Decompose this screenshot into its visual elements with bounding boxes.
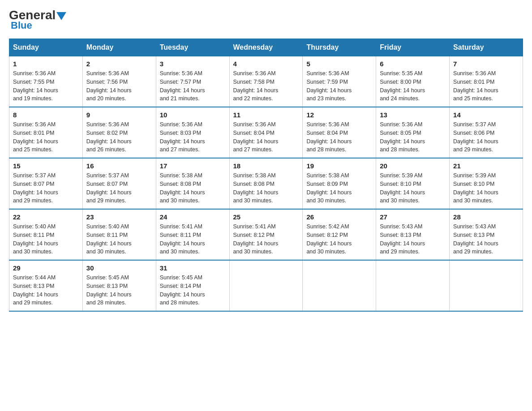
calendar-day-cell: 25 Sunrise: 5:41 AMSunset: 8:12 PMDaylig…: [229, 209, 303, 260]
calendar-week-row: 22 Sunrise: 5:40 AMSunset: 8:11 PMDaylig…: [9, 209, 523, 260]
day-info: Sunrise: 5:36 AMSunset: 8:01 PMDaylight:…: [13, 121, 58, 153]
calendar-day-cell: 31 Sunrise: 5:45 AMSunset: 8:14 PMDaylig…: [156, 260, 229, 311]
day-number: 9: [86, 111, 152, 119]
day-info: Sunrise: 5:38 AMSunset: 8:08 PMDaylight:…: [160, 172, 205, 204]
day-info: Sunrise: 5:37 AMSunset: 8:07 PMDaylight:…: [86, 172, 132, 204]
weekday-header-monday: Monday: [82, 39, 156, 56]
calendar-day-cell: [303, 260, 376, 311]
calendar-day-cell: 11 Sunrise: 5:36 AMSunset: 8:04 PMDaylig…: [229, 107, 303, 158]
day-number: 14: [453, 111, 519, 119]
day-number: 5: [306, 60, 372, 68]
logo: General Blue: [9, 9, 66, 31]
day-info: Sunrise: 5:36 AMSunset: 7:56 PMDaylight:…: [86, 70, 132, 102]
calendar-day-cell: 12 Sunrise: 5:36 AMSunset: 8:04 PMDaylig…: [303, 107, 376, 158]
calendar-day-cell: [376, 260, 450, 311]
day-number: 2: [86, 60, 152, 68]
day-number: 26: [306, 213, 372, 221]
calendar-day-cell: 18 Sunrise: 5:38 AMSunset: 8:08 PMDaylig…: [229, 158, 303, 209]
calendar-day-cell: 6 Sunrise: 5:35 AMSunset: 8:00 PMDayligh…: [376, 56, 450, 107]
calendar-day-cell: 16 Sunrise: 5:37 AMSunset: 8:07 PMDaylig…: [82, 158, 156, 209]
calendar-day-cell: 17 Sunrise: 5:38 AMSunset: 8:08 PMDaylig…: [156, 158, 229, 209]
day-info: Sunrise: 5:41 AMSunset: 8:11 PMDaylight:…: [160, 223, 205, 255]
day-info: Sunrise: 5:37 AMSunset: 8:07 PMDaylight:…: [13, 172, 58, 204]
calendar-day-cell: 19 Sunrise: 5:38 AMSunset: 8:09 PMDaylig…: [303, 158, 376, 209]
calendar-table: SundayMondayTuesdayWednesdayThursdayFrid…: [9, 39, 523, 312]
day-number: 24: [160, 213, 226, 221]
weekday-header-thursday: Thursday: [303, 39, 376, 56]
day-info: Sunrise: 5:36 AMSunset: 8:01 PMDaylight:…: [453, 70, 498, 102]
day-info: Sunrise: 5:36 AMSunset: 7:59 PMDaylight:…: [306, 70, 352, 102]
day-info: Sunrise: 5:43 AMSunset: 8:13 PMDaylight:…: [453, 223, 498, 255]
day-number: 19: [306, 162, 372, 170]
day-number: 20: [380, 162, 446, 170]
day-number: 8: [13, 111, 79, 119]
calendar-day-cell: 23 Sunrise: 5:40 AMSunset: 8:11 PMDaylig…: [82, 209, 156, 260]
logo-blue: Blue: [11, 20, 32, 31]
day-info: Sunrise: 5:42 AMSunset: 8:12 PMDaylight:…: [306, 223, 352, 255]
calendar-day-cell: 30 Sunrise: 5:45 AMSunset: 8:13 PMDaylig…: [82, 260, 156, 311]
weekday-header-friday: Friday: [376, 39, 450, 56]
day-info: Sunrise: 5:41 AMSunset: 8:12 PMDaylight:…: [233, 223, 279, 255]
calendar-day-cell: [450, 260, 523, 311]
weekday-header-row: SundayMondayTuesdayWednesdayThursdayFrid…: [9, 39, 523, 56]
day-number: 6: [380, 60, 446, 68]
day-info: Sunrise: 5:36 AMSunset: 8:03 PMDaylight:…: [160, 121, 205, 153]
day-number: 10: [160, 111, 226, 119]
day-number: 25: [233, 213, 299, 221]
day-info: Sunrise: 5:44 AMSunset: 8:13 PMDaylight:…: [13, 274, 58, 306]
day-info: Sunrise: 5:39 AMSunset: 8:10 PMDaylight:…: [380, 172, 425, 204]
weekday-header-saturday: Saturday: [450, 39, 523, 56]
day-number: 30: [86, 264, 152, 272]
calendar-day-cell: 3 Sunrise: 5:36 AMSunset: 7:57 PMDayligh…: [156, 56, 229, 107]
day-number: 31: [160, 264, 226, 272]
day-number: 4: [233, 60, 299, 68]
day-info: Sunrise: 5:40 AMSunset: 8:11 PMDaylight:…: [13, 223, 58, 255]
calendar-day-cell: 22 Sunrise: 5:40 AMSunset: 8:11 PMDaylig…: [9, 209, 83, 260]
calendar-day-cell: 29 Sunrise: 5:44 AMSunset: 8:13 PMDaylig…: [9, 260, 83, 311]
day-info: Sunrise: 5:36 AMSunset: 7:55 PMDaylight:…: [13, 70, 58, 102]
day-number: 15: [13, 162, 79, 170]
calendar-day-cell: 5 Sunrise: 5:36 AMSunset: 7:59 PMDayligh…: [303, 56, 376, 107]
calendar-day-cell: [229, 260, 303, 311]
day-number: 7: [453, 60, 519, 68]
calendar-day-cell: 10 Sunrise: 5:36 AMSunset: 8:03 PMDaylig…: [156, 107, 229, 158]
calendar-day-cell: 2 Sunrise: 5:36 AMSunset: 7:56 PMDayligh…: [82, 56, 156, 107]
day-info: Sunrise: 5:36 AMSunset: 7:57 PMDaylight:…: [160, 70, 205, 102]
day-number: 21: [453, 162, 519, 170]
day-info: Sunrise: 5:39 AMSunset: 8:10 PMDaylight:…: [453, 172, 498, 204]
day-number: 23: [86, 213, 152, 221]
calendar-day-cell: 27 Sunrise: 5:43 AMSunset: 8:13 PMDaylig…: [376, 209, 450, 260]
day-info: Sunrise: 5:35 AMSunset: 8:00 PMDaylight:…: [380, 70, 425, 102]
day-number: 16: [86, 162, 152, 170]
day-number: 1: [13, 60, 79, 68]
day-info: Sunrise: 5:36 AMSunset: 8:05 PMDaylight:…: [380, 121, 425, 153]
calendar-week-row: 15 Sunrise: 5:37 AMSunset: 8:07 PMDaylig…: [9, 158, 523, 209]
day-number: 27: [380, 213, 446, 221]
day-number: 18: [233, 162, 299, 170]
day-number: 17: [160, 162, 226, 170]
day-info: Sunrise: 5:38 AMSunset: 8:09 PMDaylight:…: [306, 172, 352, 204]
calendar-day-cell: 24 Sunrise: 5:41 AMSunset: 8:11 PMDaylig…: [156, 209, 229, 260]
calendar-day-cell: 20 Sunrise: 5:39 AMSunset: 8:10 PMDaylig…: [376, 158, 450, 209]
day-number: 11: [233, 111, 299, 119]
day-info: Sunrise: 5:36 AMSunset: 8:04 PMDaylight:…: [306, 121, 352, 153]
calendar-day-cell: 8 Sunrise: 5:36 AMSunset: 8:01 PMDayligh…: [9, 107, 83, 158]
weekday-header-tuesday: Tuesday: [156, 39, 229, 56]
day-number: 22: [13, 213, 79, 221]
weekday-header-sunday: Sunday: [9, 39, 83, 56]
calendar-week-row: 29 Sunrise: 5:44 AMSunset: 8:13 PMDaylig…: [9, 260, 523, 311]
day-number: 13: [380, 111, 446, 119]
calendar-day-cell: 28 Sunrise: 5:43 AMSunset: 8:13 PMDaylig…: [450, 209, 523, 260]
calendar-week-row: 1 Sunrise: 5:36 AMSunset: 7:55 PMDayligh…: [9, 56, 523, 107]
day-info: Sunrise: 5:37 AMSunset: 8:06 PMDaylight:…: [453, 121, 498, 153]
day-info: Sunrise: 5:43 AMSunset: 8:13 PMDaylight:…: [380, 223, 425, 255]
day-number: 12: [306, 111, 372, 119]
day-number: 3: [160, 60, 226, 68]
calendar-day-cell: 1 Sunrise: 5:36 AMSunset: 7:55 PMDayligh…: [9, 56, 83, 107]
day-info: Sunrise: 5:45 AMSunset: 8:14 PMDaylight:…: [160, 274, 205, 306]
day-number: 28: [453, 213, 519, 221]
calendar-day-cell: 15 Sunrise: 5:37 AMSunset: 8:07 PMDaylig…: [9, 158, 83, 209]
calendar-day-cell: 21 Sunrise: 5:39 AMSunset: 8:10 PMDaylig…: [450, 158, 523, 209]
day-info: Sunrise: 5:36 AMSunset: 8:02 PMDaylight:…: [86, 121, 132, 153]
day-info: Sunrise: 5:40 AMSunset: 8:11 PMDaylight:…: [86, 223, 132, 255]
